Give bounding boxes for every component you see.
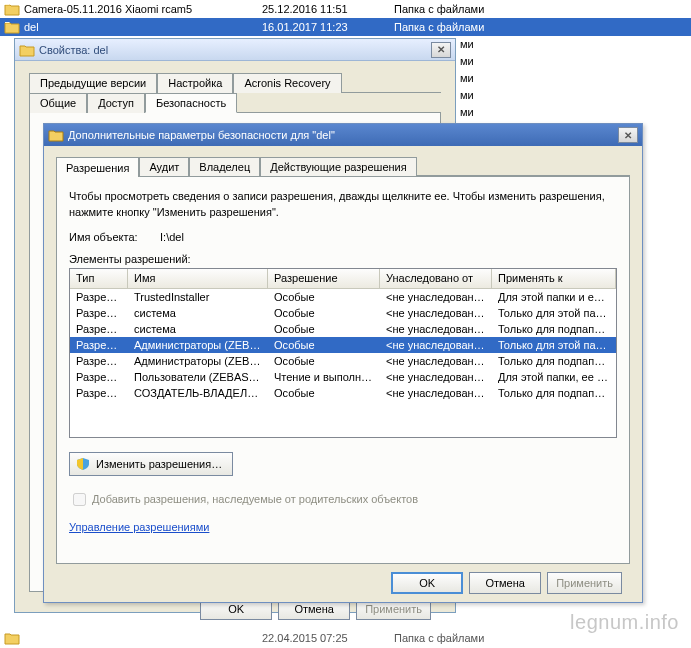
- cell: TrustedInstaller: [128, 291, 268, 303]
- cell: Для этой папки и ее по…: [492, 291, 616, 303]
- table-row[interactable]: Разреш…Администраторы (ZEBA…Особые<не ун…: [70, 337, 616, 353]
- cell: <не унаследовано>: [380, 323, 492, 335]
- tab-audit[interactable]: Аудит: [139, 157, 189, 176]
- titlebar[interactable]: Дополнительные параметры безопасности дл…: [44, 124, 642, 146]
- table-row[interactable]: Разреш…Пользователи (ZEBAS-…Чтение и вып…: [70, 369, 616, 385]
- titlebar[interactable]: Свойства: del ✕: [15, 39, 455, 61]
- cell: СОЗДАТЕЛЬ-ВЛАДЕЛЕЦ: [128, 387, 268, 399]
- cell: Разреш…: [70, 307, 128, 319]
- tab-general[interactable]: Общие: [29, 93, 87, 113]
- cell: Особые: [268, 323, 380, 335]
- cell: Особые: [268, 339, 380, 351]
- cell: Администраторы (ZEBA…: [128, 355, 268, 367]
- window-title: Дополнительные параметры безопасности дл…: [68, 129, 618, 141]
- inherit-checkbox-label: Добавить разрешения, наследуемые от роди…: [92, 493, 418, 505]
- file-date: 16.01.2017 11:23: [262, 21, 394, 33]
- cell: Только для подпапок и …: [492, 323, 616, 335]
- file-row-selected[interactable]: del 16.01.2017 11:23 Папка с файлами: [0, 18, 691, 36]
- file-type: Папка с файлами: [394, 3, 687, 15]
- table-row[interactable]: Разреш…TrustedInstallerОсобые<не унаслед…: [70, 289, 616, 305]
- cell: система: [128, 307, 268, 319]
- cell: Особые: [268, 291, 380, 303]
- tab-owner[interactable]: Владелец: [189, 157, 260, 176]
- cell: Только для этой папки: [492, 339, 616, 351]
- tab-prev-versions[interactable]: Предыдущие версии: [29, 73, 157, 93]
- close-button[interactable]: ✕: [618, 127, 638, 143]
- cell: <не унаследовано>: [380, 355, 492, 367]
- window-title: Свойства: del: [39, 44, 431, 56]
- cell: Только для подпапок и …: [492, 387, 616, 399]
- folder-icon: [48, 128, 64, 142]
- cell: Чтение и выполне…: [268, 371, 380, 383]
- table-header[interactable]: Тип Имя Разрешение Унаследовано от Приме…: [70, 269, 616, 289]
- file-name: Camera-05.11.2016 Xiaomi rcam5: [24, 3, 192, 15]
- table-row[interactable]: Разреш…СОЗДАТЕЛЬ-ВЛАДЕЛЕЦОсобые<не унасл…: [70, 385, 616, 401]
- cell: <не унаследовано>: [380, 387, 492, 399]
- cancel-button[interactable]: Отмена: [469, 572, 541, 594]
- file-row[interactable]: Camera-05.11.2016 Xiaomi rcam5 25.12.201…: [0, 0, 691, 18]
- cell: Разреш…: [70, 339, 128, 351]
- col-apply[interactable]: Применять к: [492, 269, 616, 288]
- change-permissions-button[interactable]: Изменить разрешения…: [69, 452, 233, 476]
- cell: <не унаследовано>: [380, 371, 492, 383]
- permissions-table[interactable]: Тип Имя Разрешение Унаследовано от Приме…: [69, 268, 617, 438]
- file-type: Папка с файлами: [394, 21, 687, 33]
- cell: Разреш…: [70, 323, 128, 335]
- file-name: del: [24, 21, 39, 33]
- cell: Разреш…: [70, 371, 128, 383]
- advanced-security-dialog: Дополнительные параметры безопасности дл…: [43, 123, 643, 603]
- cell: Особые: [268, 355, 380, 367]
- tab-settings[interactable]: Настройка: [157, 73, 233, 93]
- col-type[interactable]: Тип: [70, 269, 128, 288]
- folder-icon: [4, 2, 20, 16]
- watermark: legnum.info: [570, 611, 679, 634]
- tab-security[interactable]: Безопасность: [145, 93, 237, 113]
- cell: Особые: [268, 387, 380, 399]
- close-button[interactable]: ✕: [431, 42, 451, 58]
- table-row[interactable]: Разреш…Администраторы (ZEBA…Особые<не ун…: [70, 353, 616, 369]
- apply-button[interactable]: Применить: [547, 572, 622, 594]
- cell: Администраторы (ZEBA…: [128, 339, 268, 351]
- col-permission[interactable]: Разрешение: [268, 269, 380, 288]
- cell: Разреш…: [70, 291, 128, 303]
- cell: Особые: [268, 307, 380, 319]
- file-date: 25.12.2016 11:51: [262, 3, 394, 15]
- object-name-value: I:\del: [160, 231, 184, 243]
- cell: Пользователи (ZEBAS-…: [128, 371, 268, 383]
- object-name-label: Имя объекта:: [69, 231, 157, 243]
- col-inherited[interactable]: Унаследовано от: [380, 269, 492, 288]
- manage-permissions-link[interactable]: Управление разрешениями: [69, 521, 209, 533]
- ok-button[interactable]: OK: [391, 572, 463, 594]
- permissions-label: Элементы разрешений:: [69, 253, 617, 265]
- col-name[interactable]: Имя: [128, 269, 268, 288]
- table-row[interactable]: Разреш…системаОсобые<не унаследовано>Тол…: [70, 305, 616, 321]
- shield-icon: [76, 457, 90, 471]
- folder-icon: [4, 631, 20, 645]
- tab-sharing[interactable]: Доступ: [87, 93, 145, 113]
- tab-page-permissions: Чтобы просмотреть сведения о записи разр…: [56, 176, 630, 564]
- cell: Для этой папки, ее под…: [492, 371, 616, 383]
- tab-effective[interactable]: Действующие разрешения: [260, 157, 416, 176]
- tab-acronis[interactable]: Acronis Recovery: [233, 73, 341, 93]
- cell: <не унаследовано>: [380, 307, 492, 319]
- cell: Только для этой папки: [492, 307, 616, 319]
- folder-icon: [4, 20, 20, 34]
- folder-icon: [19, 43, 35, 57]
- table-row[interactable]: Разреш…системаОсобые<не унаследовано>Тол…: [70, 321, 616, 337]
- cell: Только для подпапок и …: [492, 355, 616, 367]
- cell: <не унаследовано>: [380, 339, 492, 351]
- cell: система: [128, 323, 268, 335]
- cell: Разреш…: [70, 355, 128, 367]
- cell: Разреш…: [70, 387, 128, 399]
- explorer-background: Camera-05.11.2016 Xiaomi rcam5 25.12.201…: [0, 0, 691, 36]
- info-text: Чтобы просмотреть сведения о записи разр…: [69, 189, 617, 221]
- cell: <не унаследовано>: [380, 291, 492, 303]
- change-permissions-label: Изменить разрешения…: [96, 458, 222, 470]
- inherit-checkbox: [73, 493, 86, 506]
- tab-permissions[interactable]: Разрешения: [56, 157, 139, 177]
